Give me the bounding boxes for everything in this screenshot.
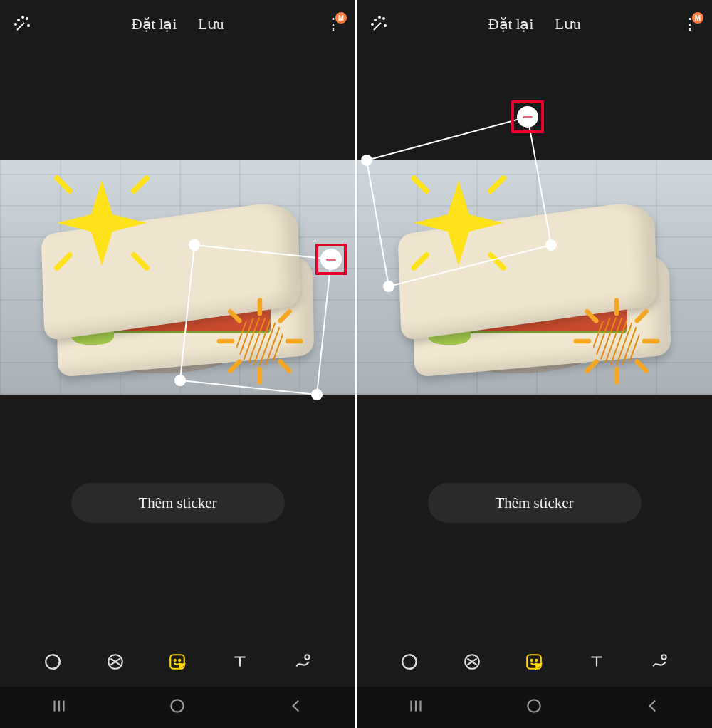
text-tool[interactable] bbox=[585, 650, 608, 673]
svg-point-63 bbox=[528, 700, 540, 712]
save-button[interactable]: Lưu bbox=[198, 16, 224, 33]
selection-handle[interactable] bbox=[383, 281, 394, 292]
selection-handle[interactable] bbox=[311, 389, 323, 400]
wand-icon[interactable] bbox=[371, 16, 388, 33]
home-button[interactable] bbox=[525, 697, 543, 718]
svg-point-27 bbox=[305, 655, 310, 660]
editor-toolbar bbox=[357, 637, 712, 687]
svg-point-32 bbox=[375, 19, 376, 21]
svg-point-31 bbox=[172, 700, 184, 712]
top-bar: Đặt lại Lưu ⋮ M bbox=[0, 0, 355, 48]
selection-box[interactable] bbox=[357, 160, 712, 416]
wand-icon[interactable] bbox=[14, 16, 31, 33]
sticker-tool[interactable] bbox=[523, 650, 545, 673]
photo-preview bbox=[357, 160, 712, 395]
crop-tool[interactable] bbox=[41, 650, 64, 673]
svg-marker-19 bbox=[180, 245, 331, 395]
svg-point-34 bbox=[384, 25, 386, 26]
reset-button[interactable]: Đặt lại bbox=[131, 16, 177, 33]
tutorial-highlight bbox=[315, 244, 347, 275]
crop-tool[interactable] bbox=[398, 650, 421, 673]
selection-handle[interactable] bbox=[361, 155, 372, 166]
svg-point-0 bbox=[18, 19, 19, 21]
selection-handle[interactable] bbox=[189, 239, 200, 251]
svg-point-59 bbox=[661, 655, 666, 660]
sticker-tool[interactable] bbox=[166, 650, 189, 673]
photo-preview bbox=[0, 160, 355, 395]
svg-point-35 bbox=[372, 24, 373, 25]
canvas[interactable]: Thêm sticker bbox=[357, 48, 712, 637]
svg-point-4 bbox=[22, 16, 23, 18]
add-sticker-button[interactable]: Thêm sticker bbox=[71, 483, 285, 523]
system-nav-bar bbox=[357, 687, 712, 728]
svg-point-26 bbox=[179, 660, 181, 661]
more-button[interactable]: ⋮ M bbox=[682, 16, 698, 32]
svg-marker-51 bbox=[367, 117, 551, 286]
draw-tool[interactable] bbox=[291, 650, 314, 673]
top-bar: Đặt lại Lưu ⋮ M bbox=[357, 0, 712, 48]
back-button[interactable] bbox=[287, 697, 305, 718]
svg-point-36 bbox=[379, 16, 380, 18]
selection-handle[interactable] bbox=[545, 239, 557, 251]
add-sticker-button[interactable]: Thêm sticker bbox=[428, 483, 642, 523]
system-nav-bar bbox=[0, 687, 355, 728]
svg-point-33 bbox=[383, 18, 384, 19]
svg-point-58 bbox=[536, 660, 538, 661]
canvas[interactable]: Thêm sticker bbox=[0, 48, 355, 637]
back-button[interactable] bbox=[644, 697, 662, 718]
badge-m: M bbox=[335, 12, 347, 24]
save-button[interactable]: Lưu bbox=[555, 16, 580, 33]
reset-button[interactable]: Đặt lại bbox=[488, 16, 533, 33]
svg-point-3 bbox=[15, 24, 16, 25]
tutorial-highlight bbox=[511, 100, 544, 133]
svg-point-1 bbox=[26, 18, 28, 19]
recents-button[interactable] bbox=[407, 697, 425, 718]
recents-button[interactable] bbox=[50, 697, 68, 718]
draw-tool[interactable] bbox=[648, 650, 671, 673]
editor-panel-right: Đặt lại Lưu ⋮ M bbox=[357, 0, 712, 728]
svg-point-57 bbox=[531, 660, 533, 661]
filter-tool[interactable] bbox=[104, 650, 127, 673]
svg-point-2 bbox=[28, 25, 29, 26]
editor-panel-left: Đặt lại Lưu ⋮ M bbox=[0, 0, 355, 728]
home-button[interactable] bbox=[168, 697, 187, 718]
more-button[interactable]: ⋮ M bbox=[325, 16, 341, 32]
selection-handle[interactable] bbox=[174, 375, 186, 386]
badge-m: M bbox=[692, 12, 703, 24]
filter-tool[interactable] bbox=[461, 650, 483, 673]
editor-toolbar bbox=[0, 637, 355, 687]
text-tool[interactable] bbox=[229, 650, 251, 673]
svg-point-25 bbox=[174, 660, 176, 661]
